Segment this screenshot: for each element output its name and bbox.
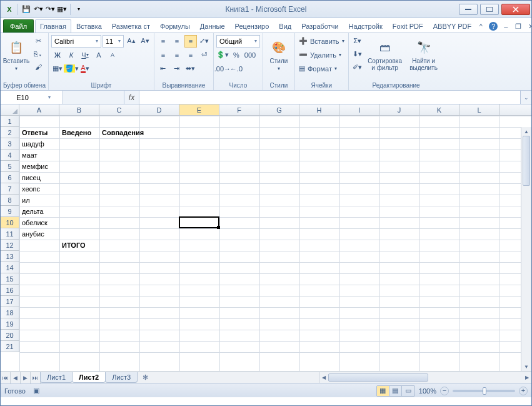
cell-B12[interactable]: ИТОГО	[60, 240, 88, 251]
zoom-knob[interactable]	[483, 387, 486, 395]
page-layout-view-button[interactable]: ▤	[389, 386, 402, 396]
row-header-16[interactable]: 16	[1, 285, 19, 296]
row-header-7[interactable]: 7	[1, 183, 19, 195]
border-button[interactable]: ▦▾	[51, 63, 64, 75]
format-painter-button[interactable]: 🖌	[32, 61, 44, 73]
cell-A8[interactable]: ил	[20, 195, 32, 206]
qat-customize-icon[interactable]: ▾	[74, 4, 84, 14]
cell-A5[interactable]: мемфис	[20, 161, 50, 172]
cell-A11[interactable]: анубис	[20, 228, 46, 240]
name-box-dropdown-icon[interactable]: ▾	[44, 94, 54, 100]
font-grow-button[interactable]: A	[93, 49, 105, 61]
row-header-15[interactable]: 15	[1, 273, 19, 285]
align-bottom-button[interactable]: ≡	[184, 35, 197, 48]
ribbon-tab-1[interactable]: Вставка	[71, 19, 107, 33]
paste-button[interactable]: 📋 Вставить ▾	[3, 34, 29, 76]
name-box[interactable]: ▾	[1, 91, 63, 104]
cell-A6[interactable]: писец	[20, 172, 43, 183]
clear-button[interactable]: ✐▾	[351, 61, 364, 73]
row-header-11[interactable]: 11	[1, 228, 19, 240]
close-button[interactable]	[501, 4, 530, 15]
row-header-14[interactable]: 14	[1, 262, 19, 273]
increase-font-button[interactable]: A▴	[125, 35, 138, 48]
cell-A2[interactable]: Ответы	[20, 127, 49, 138]
delete-cells-button[interactable]: ➖Удалить▾	[298, 48, 346, 61]
print-preview-icon[interactable]: ▦▾	[57, 4, 67, 14]
font-color-button[interactable]: A▾	[79, 63, 91, 75]
font-shrink-button[interactable]: A	[106, 49, 119, 61]
row-header-2[interactable]: 2	[1, 127, 19, 138]
scroll-left-icon[interactable]: ◀	[319, 372, 328, 383]
minimize-button[interactable]	[459, 4, 478, 15]
scroll-up-icon[interactable]: ▲	[521, 127, 531, 136]
formula-input[interactable]	[139, 91, 520, 104]
doc-restore-icon[interactable]: ❐	[514, 22, 523, 31]
font-name-combo[interactable]: Calibri▾	[51, 35, 101, 48]
row-header-17[interactable]: 17	[1, 296, 19, 307]
cut-button[interactable]: ✂	[32, 34, 44, 47]
ribbon-tab-2[interactable]: Разметка ст	[107, 19, 155, 33]
sheet-first-icon[interactable]: ⏮	[1, 372, 11, 383]
insert-cells-button[interactable]: ➕Вставить▾	[298, 34, 346, 48]
decrease-font-button[interactable]: A▾	[139, 35, 151, 48]
fill-color-button[interactable]: 🪣▾	[65, 63, 78, 75]
col-header-L[interactable]: L	[459, 104, 499, 115]
sheet-tab-Лист2[interactable]: Лист2	[72, 372, 106, 383]
col-header-I[interactable]: I	[339, 104, 379, 115]
ribbon-tab-6[interactable]: Вид	[274, 19, 296, 33]
col-header-K[interactable]: K	[419, 104, 459, 115]
ribbon-tab-9[interactable]: Foxit PDF	[388, 19, 428, 33]
zoom-out-button[interactable]: −	[440, 387, 449, 395]
row-header-19[interactable]: 19	[1, 318, 19, 330]
align-left-button[interactable]: ≡	[157, 49, 169, 61]
sort-filter-button[interactable]: 🗃 Сортировка и фильтр	[366, 34, 404, 76]
ribbon-tab-0[interactable]: Главная	[35, 19, 71, 33]
macro-record-icon[interactable]: ▣	[32, 387, 41, 395]
col-header-B[interactable]: B	[59, 104, 99, 115]
select-all-corner[interactable]	[1, 104, 19, 115]
redo-icon[interactable]: ↷▾	[45, 4, 55, 14]
ribbon-tab-3[interactable]: Формулы	[155, 19, 195, 33]
undo-icon[interactable]: ↶▾	[33, 4, 43, 14]
scroll-down-icon[interactable]: ▼	[521, 362, 531, 371]
underline-button[interactable]: Ч▾	[79, 49, 91, 61]
sheet-next-icon[interactable]: ▶	[21, 372, 31, 383]
row-header-8[interactable]: 8	[1, 195, 19, 206]
row-header-12[interactable]: 12	[1, 240, 19, 251]
row-header-21[interactable]: 21	[1, 341, 19, 352]
find-select-button[interactable]: 🔭 Найти и выделить	[406, 34, 441, 76]
col-header-F[interactable]: F	[219, 104, 259, 115]
col-header-D[interactable]: D	[139, 104, 179, 115]
sheet-last-icon[interactable]: ⏭	[31, 372, 41, 383]
cells-area[interactable]: ОтветыВведеноСовпаденияшадуфмаатмемфиспи…	[19, 116, 531, 371]
autosum-button[interactable]: Σ▾	[351, 34, 364, 47]
col-header-J[interactable]: J	[379, 104, 419, 115]
comma-button[interactable]: 000	[244, 49, 256, 61]
percent-button[interactable]: %	[230, 49, 243, 61]
cell-B2[interactable]: Введено	[60, 127, 93, 138]
cell-A7[interactable]: хеопс	[20, 183, 42, 195]
increase-decimal-button[interactable]: .00→	[216, 63, 229, 75]
row-header-6[interactable]: 6	[1, 172, 19, 183]
increase-indent-button[interactable]: ⇥	[171, 63, 183, 75]
align-right-button[interactable]: ≡	[184, 49, 197, 61]
row-header-5[interactable]: 5	[1, 161, 19, 172]
cell-A4[interactable]: маат	[20, 150, 39, 161]
format-cells-button[interactable]: ▤Формат▾	[298, 62, 346, 75]
formula-expand-icon[interactable]: ⌄	[520, 91, 531, 104]
col-header-H[interactable]: H	[299, 104, 339, 115]
page-break-view-button[interactable]: ▭	[402, 386, 414, 396]
row-header-9[interactable]: 9	[1, 206, 19, 217]
wrap-text-button[interactable]: ⏎	[198, 49, 211, 61]
normal-view-button[interactable]: ▦	[377, 386, 389, 396]
vertical-scrollbar[interactable]: ▲ ▼	[521, 127, 531, 371]
save-icon[interactable]: 💾	[21, 4, 31, 14]
row-header-10[interactable]: 10	[1, 217, 19, 228]
decrease-indent-button[interactable]: ⇤	[157, 63, 169, 75]
cell-styles-button[interactable]: 🎨 Стили▾	[266, 34, 292, 76]
orientation-button[interactable]: ⤢▾	[198, 35, 211, 48]
fx-button[interactable]: fx	[124, 91, 139, 104]
zoom-slider[interactable]	[453, 390, 515, 392]
ribbon-tab-8[interactable]: Надстройк	[344, 19, 388, 33]
sheet-prev-icon[interactable]: ◀	[11, 372, 21, 383]
